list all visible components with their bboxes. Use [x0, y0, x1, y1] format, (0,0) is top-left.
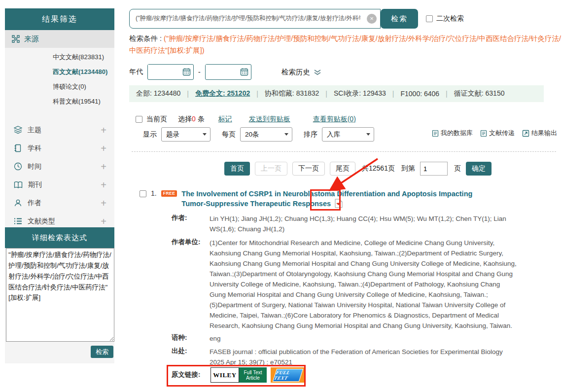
search-input-wrapper: ×	[129, 9, 381, 29]
per-page-label: 每页	[222, 130, 236, 139]
expand-plus-icon[interactable]: +	[101, 143, 106, 153]
view-clipboard-link[interactable]: 查看剪贴板(0)	[313, 115, 356, 124]
stat-separator: |	[392, 90, 394, 98]
calendar-icon[interactable]	[240, 68, 248, 76]
result-index: 1.	[151, 189, 157, 197]
journal-source-value: FASEB journal : official publication of …	[210, 347, 517, 367]
condition-text: ("肿瘤/按摩疗法/膳食疗法/药物疗法/护理/预防和控制/气功疗法/康复/放射疗…	[129, 35, 561, 54]
source-section-label: 来源	[24, 35, 39, 44]
selected-prefix: 选择	[178, 115, 192, 123]
sort-label: 排序	[304, 130, 317, 139]
total-pages-text: 共12561页	[362, 164, 395, 173]
secondary-search-label: 二次检索	[436, 14, 464, 23]
filter-item-topic[interactable]: 主题 +	[5, 121, 114, 139]
year-range-separator: -	[198, 68, 201, 76]
free-badge: FREE	[161, 190, 177, 197]
expand-plus-icon[interactable]: +	[101, 198, 106, 208]
per-page-select[interactable]: 20条	[240, 127, 292, 142]
stat-free-fulltext-link[interactable]: 免费全文: 251202	[195, 89, 250, 98]
search-bar: × 检索 二次检索	[129, 9, 464, 29]
first-page-button[interactable]: 首页	[224, 162, 250, 176]
expand-plus-icon[interactable]: +	[101, 125, 106, 135]
document-delivery-link[interactable]: 文献传递	[480, 129, 515, 138]
stat-evidence-based: 循证文献: 63150	[454, 89, 505, 98]
source-item-western[interactable]: 西文文献(1234480)	[5, 65, 114, 79]
expand-plus-icon[interactable]: +	[101, 180, 106, 190]
stat-separator: |	[256, 90, 258, 98]
selected-count-text: 选择0 条	[178, 115, 205, 124]
filter-item-label: 主题	[28, 126, 41, 135]
source-item-chinese[interactable]: 中文文献(823831)	[5, 50, 114, 65]
page-unit-label: 页	[454, 164, 461, 173]
goto-page-input[interactable]	[420, 162, 448, 176]
expression-textarea[interactable]: "肿瘤/按摩疗法/膳食疗法/药物疗法/护理/预防和控制/气功疗法/康复/放射疗法…	[6, 248, 114, 342]
goto-confirm-button[interactable]: 确定	[466, 162, 492, 176]
year-to-input[interactable]	[206, 65, 239, 78]
document-icon	[480, 130, 487, 137]
result-select-checkbox[interactable]	[140, 190, 146, 197]
year-to-wrapper	[205, 64, 251, 80]
filter-item-discipline[interactable]: 学科 +	[5, 139, 114, 157]
chevron-double-down-icon	[314, 69, 321, 75]
search-button[interactable]: 检索	[381, 9, 418, 29]
filter-item-time[interactable]: 时间 +	[5, 157, 114, 176]
display-mode-select[interactable]: 题录	[161, 127, 211, 142]
expand-plus-icon[interactable]: +	[101, 216, 106, 226]
current-page-label: 当前页	[146, 115, 167, 124]
sort-value: 入库	[327, 130, 340, 139]
prev-page-button[interactable]: 上一页	[255, 162, 287, 176]
search-condition: 检索条件 : ("肿瘤/按摩疗法/膳食疗法/药物疗法/护理/预防和控制/气功疗法…	[129, 33, 561, 56]
year-from-input[interactable]	[148, 65, 181, 78]
filter-item-label: 文献类型	[28, 217, 55, 226]
layers-icon	[14, 126, 22, 134]
year-from-wrapper	[147, 64, 194, 80]
stat-separator: |	[187, 90, 189, 98]
search-history-toggle[interactable]: 检索历史	[281, 68, 321, 77]
secondary-search-toggle[interactable]: 二次检索	[426, 14, 464, 23]
document-delivery-label: 文献传递	[489, 129, 515, 138]
stat-f1000: F1000: 6406	[400, 90, 439, 98]
send-to-clipboard-link[interactable]: 发送到剪贴板	[249, 115, 290, 124]
authors-label: 作者:	[172, 214, 187, 222]
journal-source-label: 出处:	[172, 347, 187, 356]
source-item-thesis[interactable]: 博硕论文(0)	[5, 79, 114, 94]
document-icon	[432, 130, 439, 137]
my-database-link[interactable]: 我的数据库	[432, 129, 473, 138]
list-icon	[14, 217, 22, 225]
sort-select[interactable]: 入库	[322, 127, 374, 142]
chevron-down-icon	[203, 133, 207, 136]
expression-panel-title: 详细检索表达式	[5, 227, 114, 248]
select-current-page-checkbox[interactable]	[136, 116, 142, 123]
annotation-box-pdf-icon	[310, 189, 341, 211]
display-label: 显示	[143, 130, 157, 139]
affiliation-label: 作者单位:	[172, 238, 201, 247]
stat-all: 全部: 1234480	[136, 89, 180, 98]
clear-search-button[interactable]: ×	[367, 14, 377, 24]
output-links: 我的数据库 文献传递 结果输出	[432, 129, 557, 138]
stat-separator: |	[325, 90, 327, 98]
expression-search-button[interactable]: 检索	[91, 346, 113, 358]
sidebar-title: 结果筛选	[5, 8, 114, 30]
filter-item-label: 期刊	[28, 180, 42, 189]
secondary-search-checkbox[interactable]	[426, 15, 433, 22]
section-divider	[132, 151, 556, 152]
language-label: 语种:	[172, 333, 187, 342]
filter-item-label: 时间	[28, 162, 41, 171]
person-icon	[14, 199, 22, 207]
result-output-link[interactable]: 结果输出	[522, 129, 557, 138]
last-page-button[interactable]: 尾页	[330, 162, 355, 176]
source-item-popular-science[interactable]: 科普文献(19541)	[5, 94, 114, 109]
expand-plus-icon[interactable]: +	[101, 162, 106, 172]
source-list: 中文文献(823831) 西文文献(1234480) 博硕论文(0) 科普文献(…	[5, 50, 114, 109]
next-page-button[interactable]: 下一页	[292, 162, 325, 176]
filter-item-label: 作者	[28, 199, 41, 208]
open-book-icon	[14, 181, 23, 189]
mark-link[interactable]: 标记	[218, 115, 232, 124]
search-input[interactable]	[130, 9, 366, 27]
stat-union-holdings: 协和馆藏: 831832	[265, 89, 319, 98]
calendar-icon[interactable]	[182, 68, 191, 76]
selected-suffix: 条	[196, 115, 205, 123]
sidebar-section-source[interactable]: 来源	[5, 30, 114, 48]
filter-item-author[interactable]: 作者 +	[5, 194, 114, 212]
filter-item-journal[interactable]: 期刊 +	[5, 176, 114, 194]
